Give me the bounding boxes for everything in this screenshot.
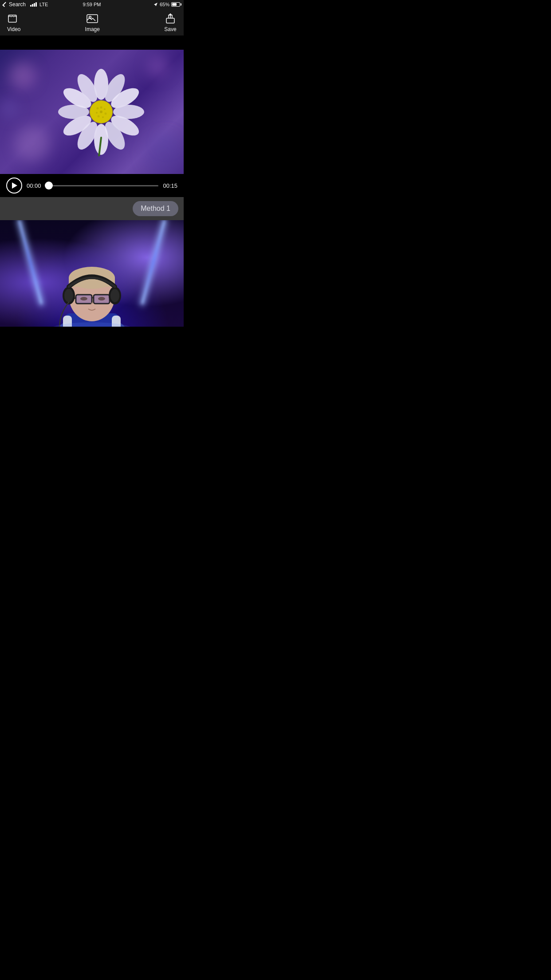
signal-bars-icon [30,2,37,7]
svg-line-4 [12,16,14,17]
bokeh-blob [0,99,18,117]
toolbar: Video Image Save [0,9,184,36]
total-time: 00:15 [163,182,177,189]
playback-bar: 00:00 00:15 [0,174,184,197]
image-icon [86,12,98,25]
image-label: Image [85,26,100,32]
bokeh-blob [15,126,50,162]
battery-fill [172,3,177,6]
svg-line-2 [10,16,11,17]
status-time: 9:59 PM [83,2,101,7]
svg-point-55 [47,322,136,327]
progress-thumb[interactable] [45,182,53,190]
battery-percent: 65% [160,2,169,7]
svg-point-50 [98,297,105,300]
bokeh-blob [147,56,169,78]
svg-line-3 [11,16,12,17]
save-icon [164,12,177,25]
current-time: 00:00 [27,182,41,189]
svg-point-27 [104,113,106,115]
video-tab[interactable]: Video [7,12,20,32]
svg-point-31 [96,107,98,110]
svg-point-49 [80,297,87,300]
save-label: Save [164,26,176,32]
video-preview-gamer [0,220,184,327]
svg-point-28 [102,116,104,118]
svg-point-32 [100,111,102,113]
svg-point-52 [64,289,73,302]
back-chevron-icon [2,2,7,7]
svg-point-30 [96,112,98,114]
svg-point-25 [100,107,102,109]
video-icon [8,12,20,25]
network-type: LTE [39,2,48,7]
bokeh-blob [9,62,36,89]
location-icon [153,2,158,7]
play-button[interactable] [6,178,22,194]
daisy-flower [57,67,146,156]
play-icon [12,182,17,189]
top-spacer [0,36,184,50]
progress-track[interactable] [46,185,159,186]
svg-point-26 [104,108,106,110]
svg-rect-9 [166,18,174,23]
method-section: Method 1 [0,197,184,220]
save-button[interactable]: Save [164,12,177,32]
status-right: 65% [153,2,180,7]
image-tab[interactable]: Image [85,12,100,32]
method-badge[interactable]: Method 1 [133,201,178,216]
svg-line-5 [14,16,15,17]
svg-point-29 [97,115,99,118]
bokeh-blob [144,134,184,174]
back-label[interactable]: Search [9,1,26,8]
status-bar: Search LTE 9:59 PM 65% [0,0,184,9]
video-label: Video [7,26,20,32]
video-preview-flower [0,50,184,174]
gamer-person [39,247,145,327]
status-left: Search LTE [4,1,48,8]
svg-point-54 [110,289,119,302]
battery-icon [171,2,180,7]
